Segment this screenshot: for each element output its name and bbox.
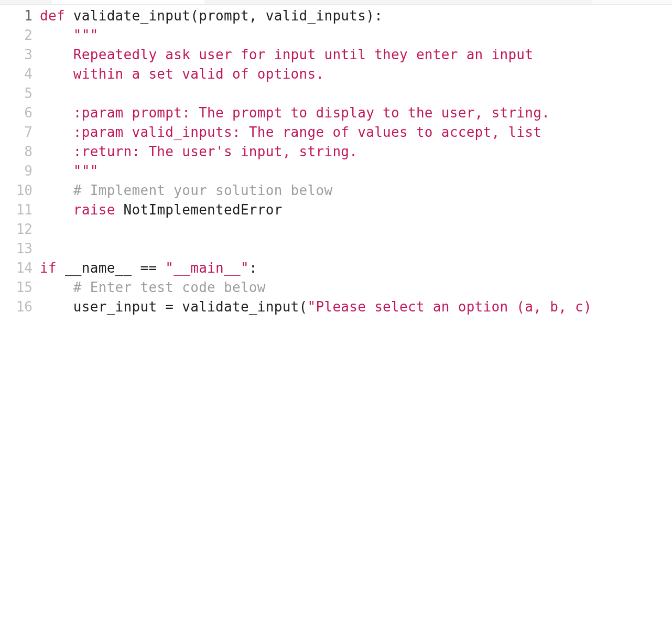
code-line[interactable]: 10 # Implement your solution below bbox=[0, 182, 672, 202]
line-number: 9 bbox=[0, 163, 40, 179]
code-content: Repeatedly ask user for input until they… bbox=[40, 47, 672, 62]
code-line[interactable]: 6 :param prompt: The prompt to display t… bbox=[0, 105, 672, 124]
line-number: 7 bbox=[0, 124, 40, 140]
code-line[interactable]: 7 :param valid_inputs: The range of valu… bbox=[0, 124, 672, 144]
code-line[interactable]: 1 def validate_input(prompt, valid_input… bbox=[0, 8, 672, 27]
line-number: 2 bbox=[0, 27, 40, 43]
line-number: 14 bbox=[0, 260, 40, 276]
line-number: 15 bbox=[0, 279, 40, 295]
line-number: 6 bbox=[0, 105, 40, 121]
line-number: 3 bbox=[0, 47, 40, 62]
code-line[interactable]: 5 bbox=[0, 85, 672, 105]
code-content: :param prompt: The prompt to display to … bbox=[40, 105, 672, 121]
code-content: """ bbox=[40, 27, 672, 43]
code-content: # Implement your solution below bbox=[40, 182, 672, 198]
line-number: 11 bbox=[0, 202, 40, 218]
code-line[interactable]: 15 # Enter test code below bbox=[0, 279, 672, 299]
code-content: user_input = validate_input("Please sele… bbox=[40, 299, 672, 315]
code-content: """ bbox=[40, 163, 672, 179]
code-line[interactable]: 14 if __name__ == "__main__": bbox=[0, 260, 672, 279]
code-line[interactable]: 16 user_input = validate_input("Please s… bbox=[0, 299, 672, 318]
line-number: 10 bbox=[0, 182, 40, 198]
tab-inactive-right[interactable] bbox=[204, 0, 592, 4]
line-number: 13 bbox=[0, 241, 40, 256]
tab-active[interactable] bbox=[52, 0, 205, 4]
code-content: def validate_input(prompt, valid_inputs)… bbox=[40, 8, 672, 24]
code-content bbox=[40, 85, 672, 101]
code-content: :param valid_inputs: The range of values… bbox=[40, 124, 672, 140]
code-line[interactable]: 2 """ bbox=[0, 27, 672, 47]
code-content: if __name__ == "__main__": bbox=[40, 260, 672, 276]
tab-inactive-left[interactable] bbox=[0, 0, 53, 4]
code-content: within a set valid of options. bbox=[40, 66, 672, 82]
code-content: :return: The user's input, string. bbox=[40, 144, 672, 159]
code-content: # Enter test code below bbox=[40, 279, 672, 295]
line-number: 8 bbox=[0, 144, 40, 159]
tab-bar bbox=[0, 0, 672, 5]
code-line[interactable]: 8 :return: The user's input, string. bbox=[0, 144, 672, 163]
code-line[interactable]: 4 within a set valid of options. bbox=[0, 66, 672, 85]
code-line[interactable]: 9 """ bbox=[0, 163, 672, 182]
code-line[interactable]: 13 bbox=[0, 241, 672, 260]
code-line[interactable]: 11 raise NotImplementedError bbox=[0, 202, 672, 221]
code-editor[interactable]: 1 def validate_input(prompt, valid_input… bbox=[0, 5, 672, 318]
line-number: 4 bbox=[0, 66, 40, 82]
line-number: 1 bbox=[0, 8, 40, 24]
code-line[interactable]: 12 bbox=[0, 221, 672, 241]
line-number: 16 bbox=[0, 299, 40, 315]
code-line[interactable]: 3 Repeatedly ask user for input until th… bbox=[0, 47, 672, 66]
line-number: 5 bbox=[0, 85, 40, 101]
code-content: raise NotImplementedError bbox=[40, 202, 672, 218]
line-number: 12 bbox=[0, 221, 40, 237]
